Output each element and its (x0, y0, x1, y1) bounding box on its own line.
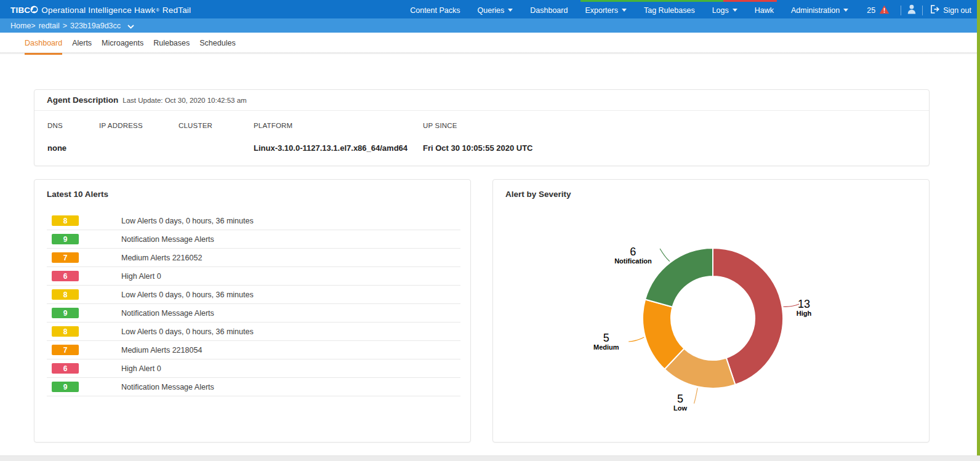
last-update-timestamp: Last Update: Oct 30, 2020 10:42:53 am (122, 97, 246, 104)
chevron-down-icon[interactable] (127, 22, 134, 31)
column-header-dns: DNS (47, 122, 63, 129)
breadcrumb-home[interactable]: Home> (10, 22, 36, 30)
alert-count-badge: 6 (52, 363, 79, 374)
tab-schedules[interactable]: Schedules (199, 33, 235, 55)
alert-count-badge: 8 (52, 215, 79, 226)
navbar-menu: Content Packs Queries Dashboard Exporter… (401, 4, 971, 16)
chevron-down-icon (508, 9, 513, 12)
alert-list-item[interactable]: 7Medium Alerts 2218054 (47, 341, 460, 359)
alert-text: Medium Alerts 2218054 (121, 346, 202, 355)
donut-label-name: Notification (614, 257, 652, 265)
alert-list-item[interactable]: 8Low Alerts 0 days, 0 hours, 36 minutes (47, 212, 460, 230)
alert-text: Low Alerts 0 days, 0 hours, 36 minutes (121, 291, 254, 299)
alert-list-item[interactable]: 7Medium Alerts 2216052 (47, 249, 460, 267)
alert-list-item[interactable]: 8Low Alerts 0 days, 0 hours, 36 minutes (47, 286, 460, 304)
alert-text: High Alert 0 (121, 272, 161, 281)
alert-count-badge: 9 (52, 382, 79, 392)
navbar-divider (901, 6, 901, 15)
brand-reg-mark: ® (156, 8, 159, 12)
nav-item-exporters[interactable]: Exporters (576, 6, 635, 15)
alert-list-item[interactable]: 9Notification Message Alerts (47, 378, 460, 396)
donut-label-value: 6 (630, 246, 636, 258)
page-edge-green-strip (977, 0, 980, 455)
donut-label-name: Low (673, 404, 687, 412)
alert-count-badge: 6 (52, 271, 79, 281)
tab-alerts[interactable]: Alerts (72, 33, 92, 55)
alert-list-item[interactable]: 6High Alert 0 (47, 267, 460, 286)
panel-title: Agent Description (47, 95, 118, 105)
navbar-divider (922, 6, 923, 15)
nav-item-tag-rulebases[interactable]: Tag Rulebases (635, 6, 704, 15)
status-strip-segment-progress-red (723, 0, 777, 2)
donut-label-name: Medium (593, 343, 619, 351)
top-navbar: TIBC Operational Intelligence Hawk® RedT… (0, 2, 980, 18)
alert-list-item[interactable]: 6High Alert 0 (47, 359, 460, 378)
donut-callout-line (694, 388, 697, 403)
alert-text: Notification Message Alerts (121, 309, 214, 318)
breadcrumb: Home> redtail > 323b19a9d3cc (0, 18, 980, 33)
breadcrumb-current[interactable]: 323b19a9d3cc (70, 22, 121, 30)
donut-callout-line (629, 337, 644, 342)
nav-item-logs[interactable]: Logs (704, 6, 746, 15)
alert-count-indicator[interactable]: 25 (857, 5, 896, 16)
severity-donut-chart: 13High5Low5Medium6Notification (493, 180, 929, 442)
nav-item-dashboard[interactable]: Dashboard (521, 6, 576, 15)
alert-count-badge: 8 (52, 289, 79, 300)
agent-description-table: DNS IP ADDRESS CLUSTER PLATFORM UP SINCE… (34, 111, 929, 166)
brand-line: Operational Intelligence Hawk (41, 6, 155, 15)
alert-list-item[interactable]: 8Low Alerts 0 days, 0 hours, 36 minutes (47, 323, 460, 341)
chevron-down-icon (843, 9, 848, 12)
status-strip-segment-base-left (0, 0, 580, 2)
chevron-down-icon (733, 9, 737, 12)
alert-count-badge: 8 (52, 326, 79, 337)
app-brand: TIBC Operational Intelligence Hawk® RedT… (10, 6, 191, 15)
donut-callout-line (783, 304, 799, 307)
alert-list-item[interactable]: 9Notification Message Alerts (47, 304, 460, 323)
tab-microagents[interactable]: Microagents (102, 33, 143, 55)
agent-tabs: Dashboard Alerts Microagents Rulebases S… (25, 33, 236, 55)
panel-title: Latest 10 Alerts (47, 190, 108, 199)
donut-label-value: 5 (603, 332, 609, 344)
alert-count-badge: 9 (52, 234, 79, 244)
nav-item-hawk[interactable]: Hawk (746, 6, 782, 15)
sign-out-button[interactable]: Sign out (928, 5, 971, 15)
alert-count-badge: 9 (52, 308, 79, 318)
user-profile-button[interactable] (906, 4, 917, 16)
up-since-value: Fri Oct 30 10:05:55 2020 UTC (423, 143, 532, 153)
agent-description-panel: Agent Description Last Update: Oct 30, 2… (34, 89, 930, 166)
alert-text: Medium Alerts 2216052 (121, 254, 202, 262)
alert-text: High Alert 0 (121, 364, 161, 373)
tab-rulebases[interactable]: Rulebases (153, 33, 190, 55)
alert-text: Notification Message Alerts (121, 235, 214, 244)
nav-item-queries[interactable]: Queries (469, 6, 522, 15)
top-status-strip (0, 0, 980, 2)
alert-list-item[interactable]: 9Notification Message Alerts (47, 230, 460, 249)
column-header-up-since: UP SINCE (423, 122, 457, 129)
breadcrumb-parent[interactable]: redtail (39, 22, 60, 30)
sign-out-icon (930, 5, 939, 15)
chevron-down-icon (622, 9, 627, 12)
brand-company: TIBC (10, 6, 30, 15)
donut-slice-notification[interactable] (645, 248, 713, 307)
dns-value: none (47, 143, 66, 153)
status-strip-segment-base-right (777, 0, 980, 2)
nav-item-administration[interactable]: Administration (782, 6, 857, 15)
brand-product: RedTail (163, 6, 191, 15)
column-header-platform: PLATFORM (254, 122, 292, 129)
agent-description-header: Agent Description Last Update: Oct 30, 2… (34, 90, 929, 111)
warning-triangle-icon (879, 5, 890, 16)
breadcrumb-separator: > (63, 22, 67, 30)
donut-callout-line (660, 249, 670, 262)
alert-text: Low Alerts 0 days, 0 hours, 36 minutes (121, 327, 254, 336)
nav-item-content-packs[interactable]: Content Packs (401, 6, 468, 15)
user-icon (907, 4, 916, 16)
tab-dashboard[interactable]: Dashboard (25, 33, 62, 55)
donut-label-value: 13 (798, 298, 810, 310)
status-strip-segment-progress-green (580, 0, 723, 2)
alert-count-value: 25 (867, 6, 875, 15)
alert-count-badge: 7 (52, 252, 79, 263)
column-header-cluster: CLUSTER (179, 122, 212, 129)
alerts-list: 8Low Alerts 0 days, 0 hours, 36 minutes … (47, 212, 460, 396)
donut-label-value: 5 (677, 393, 683, 405)
donut-label-name: High (797, 310, 812, 317)
